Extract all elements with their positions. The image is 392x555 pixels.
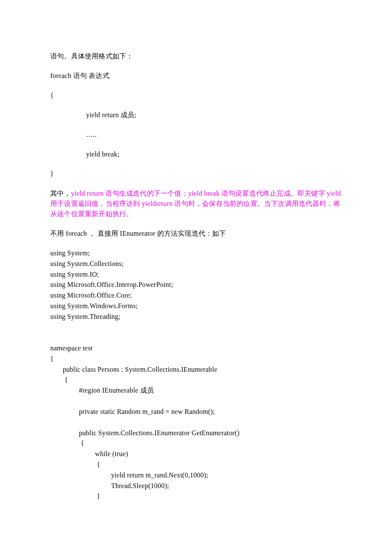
yield-break-line: yield break; <box>50 149 342 159</box>
code-line: { <box>50 460 342 470</box>
code-line: using System.Collections; <box>50 259 342 269</box>
highlight-text: yield return 语句生成迭代的下一个值；yield break 语句设… <box>50 190 343 217</box>
document-page: 语句。具体使用格式如下： foreach 语句 表达式 { yield retu… <box>0 0 392 536</box>
brace-open: { <box>50 90 342 101</box>
code-line: namespace test <box>50 343 342 354</box>
code-line <box>50 396 342 407</box>
highlight-paragraph: 其中，yield return 语句生成迭代的下一个值；yield break … <box>50 188 342 219</box>
code-line: } <box>50 491 342 502</box>
code-line: public class Persons : System.Collection… <box>50 364 342 375</box>
code-line: using System.Threading; <box>50 312 342 322</box>
code-line: using System.IO; <box>50 269 342 280</box>
code-block: using System; using System.Collections; … <box>50 248 342 502</box>
code-line: yield return m_rand.Next(0,1000); <box>50 470 342 481</box>
yield-return-line: yield return 成员; <box>50 110 342 120</box>
code-line: using System; <box>50 248 342 259</box>
code-line <box>50 332 342 343</box>
paragraph-intro: 语句。具体使用格式如下： <box>50 51 342 61</box>
code-line: private static Random m_rand = new Rando… <box>50 407 342 417</box>
code-line <box>50 322 342 333</box>
foreach-header: foreach 语句 表达式 <box>50 71 342 81</box>
code-line: #region IEnumerable 成员 <box>50 385 342 396</box>
code-line: { <box>50 375 342 386</box>
brace-close: } <box>50 169 342 179</box>
code-line: using Microsoft.Office.Interop.PowerPoin… <box>50 280 342 290</box>
highlight-prefix: 其中， <box>50 190 71 197</box>
code-line: { <box>50 438 342 449</box>
code-line: public System.Collections.IEnumerator Ge… <box>50 428 342 439</box>
code-line: { <box>50 354 342 364</box>
ellipsis-line: ….. <box>50 130 342 140</box>
no-foreach-paragraph: 不用 foreach ， 直接用 IEnumerator 的方法实现迭代：如下 <box>50 228 342 239</box>
code-line: using Microsoft.Office.Core; <box>50 290 342 301</box>
code-line: while (true) <box>50 449 342 460</box>
code-line: using System.Windows.Forms; <box>50 301 342 312</box>
code-line <box>50 417 342 428</box>
code-line: Thread.Sleep(1000); <box>50 481 342 491</box>
